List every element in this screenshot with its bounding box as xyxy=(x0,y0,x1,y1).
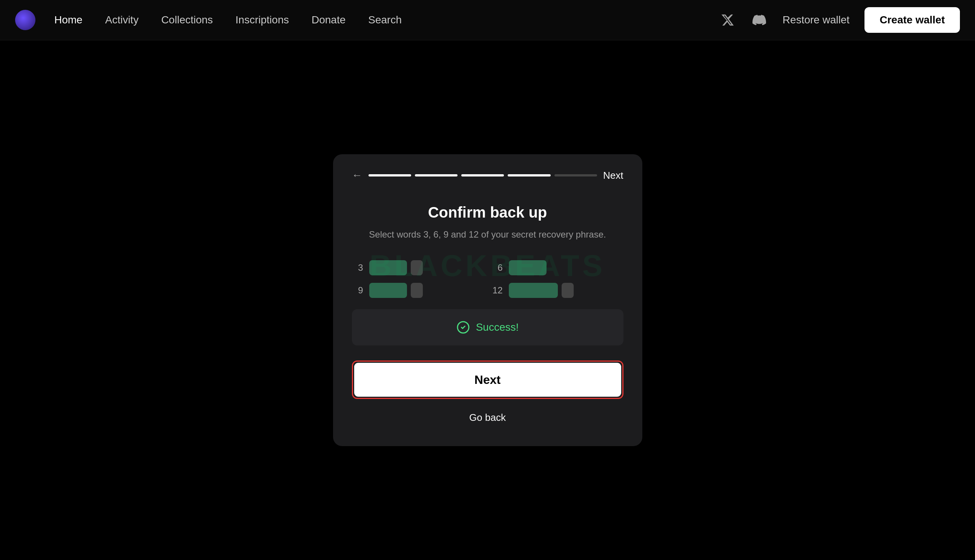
navbar: Home Activity Collections Inscriptions D… xyxy=(0,0,975,40)
word-number-3: 3 xyxy=(352,262,363,273)
twitter-icon[interactable] xyxy=(719,12,736,28)
next-button[interactable]: Next xyxy=(354,363,621,397)
main-content: BLACKBEATS ← Next Confirm back up Select… xyxy=(0,40,975,560)
word-number-9: 9 xyxy=(352,285,363,296)
progress-bar xyxy=(368,174,597,177)
progress-seg-1 xyxy=(368,174,411,177)
word-row-12: 12 xyxy=(492,283,623,298)
nav-activity[interactable]: Activity xyxy=(105,14,139,26)
word-chip-3-green[interactable] xyxy=(369,260,407,275)
progress-seg-4 xyxy=(508,174,550,177)
title-section: Confirm back up Select words 3, 6, 9 and… xyxy=(352,204,623,242)
word-chip-12-green[interactable] xyxy=(509,283,558,298)
create-wallet-button[interactable]: Create wallet xyxy=(865,7,960,33)
nav-right: Restore wallet Create wallet xyxy=(719,7,960,33)
word-number-12: 12 xyxy=(492,285,503,296)
nav-inscriptions[interactable]: Inscriptions xyxy=(235,14,289,26)
modal-card: BLACKBEATS ← Next Confirm back up Select… xyxy=(333,154,642,446)
word-chip-6-green[interactable] xyxy=(509,260,547,275)
word-chip-9-gray[interactable] xyxy=(411,283,423,298)
word-row-6: 6 xyxy=(492,260,623,275)
progress-seg-5 xyxy=(555,174,597,177)
word-chips-3 xyxy=(369,260,423,275)
nav-links: Home Activity Collections Inscriptions D… xyxy=(54,14,719,26)
discord-icon[interactable] xyxy=(751,12,768,28)
success-check-icon xyxy=(457,320,470,334)
word-grid: 3 6 9 xyxy=(352,260,623,298)
progress-seg-2 xyxy=(415,174,458,177)
word-row-3: 3 xyxy=(352,260,484,275)
progress-seg-3 xyxy=(461,174,504,177)
back-arrow-button[interactable]: ← xyxy=(352,169,362,182)
modal-title: Confirm back up xyxy=(352,204,623,221)
logo[interactable] xyxy=(15,10,35,30)
word-number-6: 6 xyxy=(492,262,503,273)
success-section: Success! xyxy=(352,309,623,345)
restore-wallet-button[interactable]: Restore wallet xyxy=(783,14,849,26)
word-chips-9 xyxy=(369,283,423,298)
nav-collections[interactable]: Collections xyxy=(161,14,213,26)
modal-subtitle: Select words 3, 6, 9 and 12 of your secr… xyxy=(352,228,623,242)
word-chips-6 xyxy=(509,260,547,275)
word-chips-12 xyxy=(509,283,574,298)
word-chip-9-green[interactable] xyxy=(369,283,407,298)
progress-row: ← Next xyxy=(352,169,623,182)
success-text: Success! xyxy=(476,321,519,333)
word-chip-3-gray[interactable] xyxy=(411,260,423,275)
nav-home[interactable]: Home xyxy=(54,14,83,26)
nav-donate[interactable]: Donate xyxy=(312,14,345,26)
progress-next-label[interactable]: Next xyxy=(603,170,623,182)
word-row-9: 9 xyxy=(352,283,484,298)
word-chip-12-gray[interactable] xyxy=(562,283,574,298)
nav-search[interactable]: Search xyxy=(368,14,402,26)
go-back-button[interactable]: Go back xyxy=(352,408,623,427)
next-button-container: Next xyxy=(352,360,623,399)
